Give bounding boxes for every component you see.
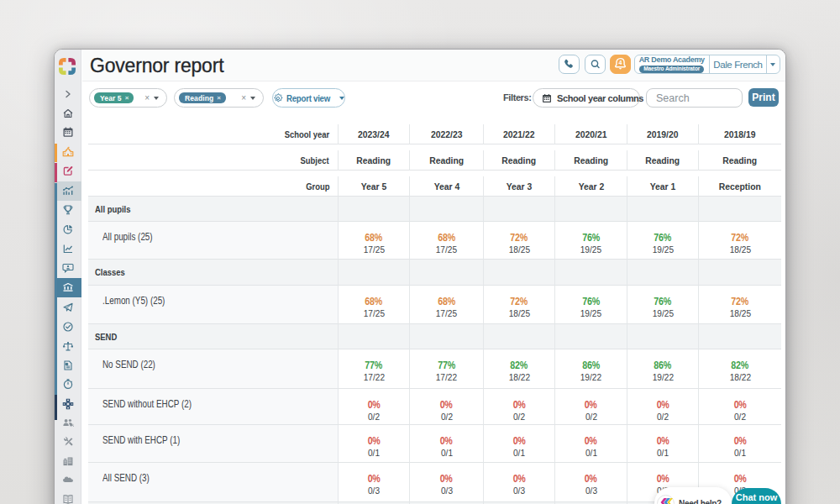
- svg-text:4: 4: [619, 60, 622, 66]
